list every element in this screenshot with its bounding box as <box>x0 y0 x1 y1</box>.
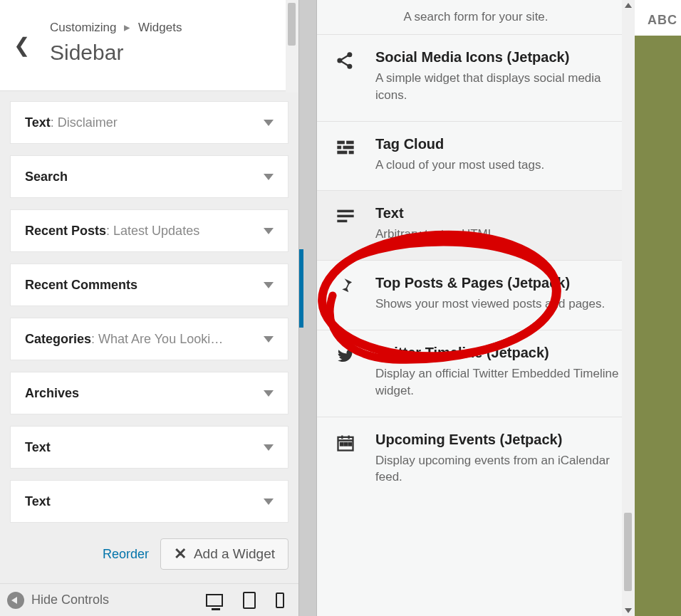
available-widget-description: Shows your most viewed posts and pages. <box>375 296 620 313</box>
tagcloud-icon <box>331 136 360 174</box>
available-widget-title: Top Posts & Pages (Jetpack) <box>375 275 620 291</box>
reorder-link[interactable]: Reorder <box>103 547 149 562</box>
widget-item-archives[interactable]: Archives <box>10 372 288 414</box>
available-widget-text[interactable]: Text Arbitrary text or HTML. <box>317 190 635 260</box>
scroll-down-icon <box>625 608 632 613</box>
selection-indicator <box>299 249 303 328</box>
available-widget-description: Display an official Twitter Embedded Tim… <box>375 365 620 400</box>
collapse-icon <box>7 592 24 609</box>
widget-item-sublabel: What Are You Looki… <box>98 332 223 346</box>
widget-item-label: Text <box>25 115 51 130</box>
chevron-down-icon <box>264 282 274 288</box>
available-widget-title: Upcoming Events (Jetpack) <box>375 432 620 448</box>
chevron-down-icon <box>264 120 274 126</box>
site-preview-strip: ABC <box>635 0 681 616</box>
scroll-thumb[interactable] <box>624 513 632 591</box>
hide-controls-button[interactable]: Hide Controls <box>7 592 109 609</box>
svg-rect-15 <box>349 443 352 446</box>
available-widget-tag-cloud[interactable]: Tag Cloud A cloud of your most used tags… <box>317 121 635 191</box>
svg-rect-3 <box>337 140 345 144</box>
widget-item-label: Archives <box>25 386 79 400</box>
pin-icon <box>331 275 360 313</box>
available-widget-description: A cloud of your most used tags. <box>375 157 620 174</box>
share-icon <box>331 49 360 104</box>
right-scrollbar[interactable] <box>622 0 635 616</box>
available-widget-description: A simple widget that displays social med… <box>375 70 620 104</box>
svg-rect-14 <box>345 443 348 446</box>
widget-item-label: Recent Comments <box>25 278 137 292</box>
available-widget-title: Tag Cloud <box>375 136 620 152</box>
preview-text: ABC <box>648 13 677 28</box>
twitter-icon <box>331 345 360 400</box>
widget-item-sublabel: Disclaimer <box>58 115 118 130</box>
breadcrumb-widgets: Widgets <box>138 21 182 34</box>
add-widget-label: Add a Widget <box>194 546 275 562</box>
scroll-up-icon <box>625 3 632 8</box>
chevron-down-icon <box>264 336 274 343</box>
widget-item-text-2[interactable]: Text <box>10 480 288 523</box>
widget-item-label: Text <box>25 494 51 508</box>
widget-item-label: Search <box>25 169 68 184</box>
chevron-down-icon <box>264 228 274 234</box>
widget-item-label: Text <box>25 440 51 454</box>
widget-item-text-1[interactable]: Text <box>10 426 288 469</box>
tablet-preview-button[interactable] <box>243 592 256 609</box>
chevron-down-icon <box>264 444 274 451</box>
chevron-left-icon: ❮ <box>14 33 30 57</box>
phone-preview-button[interactable] <box>276 592 284 608</box>
customizer-panel: ❮ Customizing ▸ Widgets Sidebar Text: Di… <box>0 0 298 616</box>
widget-item-recent-posts[interactable]: Recent Posts: Latest Updates <box>10 209 288 252</box>
desktop-preview-button[interactable] <box>206 594 223 607</box>
svg-rect-11 <box>337 220 347 223</box>
chevron-right-icon: ▸ <box>124 21 130 34</box>
text-icon <box>331 205 360 243</box>
widget-item-categories[interactable]: Categories: What Are You Looki… <box>10 318 288 360</box>
customizer-footer: Hide Controls <box>0 583 298 616</box>
available-widget-title: Twitter Timeline (Jetpack) <box>375 345 620 361</box>
back-button[interactable]: ❮ <box>0 0 43 90</box>
close-icon: ✕ <box>174 546 187 562</box>
customizer-header: ❮ Customizing ▸ Widgets Sidebar <box>0 0 298 91</box>
breadcrumb: Customizing ▸ Widgets <box>50 20 291 35</box>
svg-rect-9 <box>337 210 353 213</box>
widget-item-label: Categories <box>25 332 91 346</box>
available-widget-description: Arbitrary text or HTML. <box>375 226 620 243</box>
chevron-down-icon <box>264 498 274 505</box>
svg-rect-4 <box>346 140 354 144</box>
svg-rect-13 <box>340 443 343 446</box>
available-widget-social-media-icons[interactable]: Social Media Icons (Jetpack) A simple wi… <box>317 34 635 121</box>
widget-item-recent-comments[interactable]: Recent Comments <box>10 263 288 306</box>
svg-rect-10 <box>337 215 353 218</box>
available-widget-upcoming-events[interactable]: Upcoming Events (Jetpack) Display upcomi… <box>317 417 635 503</box>
widget-item-sublabel: Latest Updates <box>113 224 199 238</box>
calendar-icon <box>331 432 360 486</box>
section-title: Sidebar <box>50 41 291 65</box>
panel-divider[interactable] <box>298 0 317 616</box>
widget-item-search[interactable]: Search <box>10 155 288 198</box>
available-widget-description: Display upcoming events from an iCalenda… <box>375 452 620 486</box>
widget-item-text-disclaimer[interactable]: Text: Disclaimer <box>10 101 288 144</box>
svg-rect-8 <box>349 150 354 154</box>
left-scrollbar[interactable] <box>286 0 298 93</box>
device-preview-controls <box>206 592 284 609</box>
widget-item-label: Recent Posts <box>25 224 106 238</box>
available-widget-twitter-timeline[interactable]: Twitter Timeline (Jetpack) Display an of… <box>317 330 635 417</box>
add-widget-button[interactable]: ✕ Add a Widget <box>160 538 288 570</box>
available-widgets-panel: A search form for your site. Social Medi… <box>317 0 635 616</box>
widget-list: Text: Disclaimer Search Recent Posts: La… <box>0 91 298 583</box>
available-widget-title: Text <box>375 205 620 221</box>
breadcrumb-customizing: Customizing <box>50 21 117 34</box>
widget-actions: Reorder ✕ Add a Widget <box>10 538 288 570</box>
chevron-down-icon <box>264 174 274 180</box>
svg-rect-5 <box>337 145 341 149</box>
svg-rect-7 <box>337 150 347 154</box>
available-widget-title: Social Media Icons (Jetpack) <box>375 49 620 66</box>
available-widget-top-posts[interactable]: Top Posts & Pages (Jetpack) Shows your m… <box>317 260 635 330</box>
svg-rect-6 <box>343 145 354 149</box>
chevron-down-icon <box>264 390 274 397</box>
hide-controls-label: Hide Controls <box>31 592 109 607</box>
search-widget-description: A search form for your site. <box>317 0 635 34</box>
